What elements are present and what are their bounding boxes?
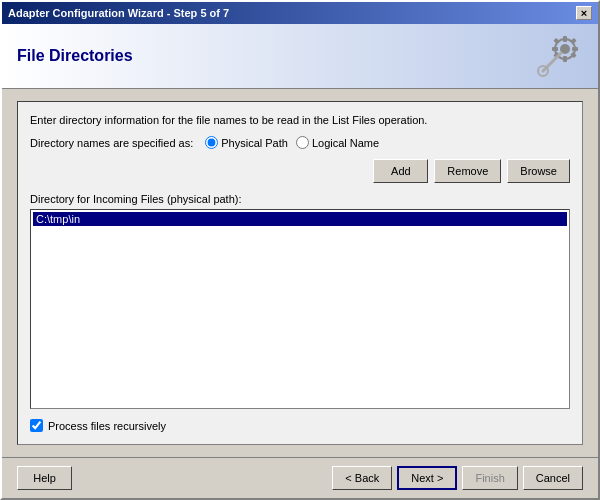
list-item[interactable]: C:\tmp\in (33, 212, 567, 226)
recursive-checkbox[interactable] (30, 419, 43, 432)
wizard-window: Adapter Configuration Wizard - Step 5 of… (0, 0, 600, 500)
svg-rect-5 (572, 47, 578, 51)
radio-logical-label: Logical Name (312, 137, 379, 149)
back-button[interactable]: < Back (332, 466, 392, 490)
radio-physical-input[interactable] (205, 136, 218, 149)
finish-button[interactable]: Finish (462, 466, 517, 490)
radio-group-label: Directory names are specified as: (30, 137, 193, 149)
instruction-text: Enter directory information for the file… (30, 114, 570, 126)
radio-physical-option[interactable]: Physical Path (205, 136, 288, 149)
radio-logical-input[interactable] (296, 136, 309, 149)
footer: Help < Back Next > Finish Cancel (2, 457, 598, 498)
next-button[interactable]: Next > (397, 466, 457, 490)
svg-rect-2 (563, 36, 567, 42)
directory-buttons: Add Remove Browse (30, 159, 570, 183)
help-button[interactable]: Help (17, 466, 72, 490)
title-bar: Adapter Configuration Wizard - Step 5 of… (2, 2, 598, 24)
header-banner: File Directories (2, 24, 598, 89)
directory-list[interactable]: C:\tmp\in (30, 209, 570, 409)
svg-rect-7 (570, 38, 576, 44)
footer-right: < Back Next > Finish Cancel (332, 466, 583, 490)
cancel-button[interactable]: Cancel (523, 466, 583, 490)
close-button[interactable]: × (576, 6, 592, 20)
svg-rect-4 (552, 47, 558, 51)
footer-left: Help (17, 466, 72, 490)
svg-rect-6 (553, 38, 559, 44)
page-title: File Directories (17, 47, 133, 65)
radio-physical-label: Physical Path (221, 137, 288, 149)
svg-line-10 (543, 53, 561, 71)
main-panel: Enter directory information for the file… (17, 101, 583, 445)
wizard-icon (533, 31, 583, 81)
directory-section: Directory for Incoming Files (physical p… (30, 193, 570, 409)
remove-button[interactable]: Remove (434, 159, 501, 183)
radio-logical-option[interactable]: Logical Name (296, 136, 379, 149)
window-title: Adapter Configuration Wizard - Step 5 of… (8, 7, 229, 19)
radio-group: Directory names are specified as: Physic… (30, 136, 570, 149)
recursive-checkbox-row: Process files recursively (30, 419, 570, 432)
browse-button[interactable]: Browse (507, 159, 570, 183)
add-button[interactable]: Add (373, 159, 428, 183)
directory-section-label: Directory for Incoming Files (physical p… (30, 193, 570, 205)
content-area: Enter directory information for the file… (2, 89, 598, 457)
svg-rect-3 (563, 56, 567, 62)
recursive-checkbox-label[interactable]: Process files recursively (48, 420, 166, 432)
